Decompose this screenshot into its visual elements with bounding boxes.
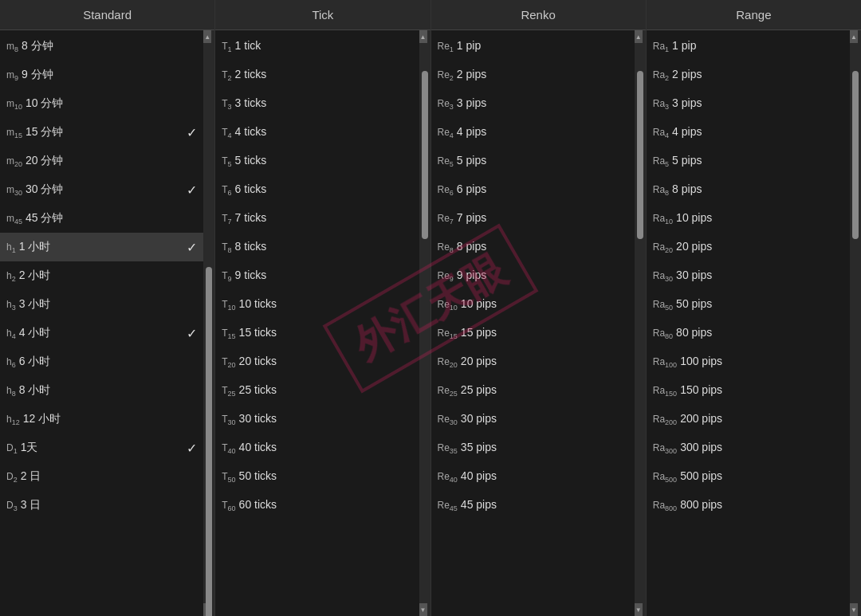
list-item[interactable]: D33 日 — [0, 491, 203, 520]
list-item[interactable]: Ra500500 pips — [647, 462, 850, 491]
item-text: 7 pips — [457, 211, 486, 224]
list-item[interactable]: Ra150150 pips — [647, 376, 850, 405]
list-item[interactable]: Re44 pips — [431, 118, 635, 147]
list-item[interactable]: Ra2020 pips — [647, 233, 850, 261]
list-item[interactable]: T4040 ticks — [215, 434, 419, 462]
list-item[interactable]: m3030 分钟✓ — [0, 175, 203, 204]
list-item[interactable]: h11 小时✓ — [0, 233, 203, 261]
item-label: Re22 pips — [438, 68, 628, 82]
list-item[interactable]: Re22 pips — [431, 61, 635, 89]
list-item[interactable]: Re4545 pips — [431, 491, 635, 520]
list-item[interactable]: Re4040 pips — [431, 462, 635, 491]
scroll-track[interactable] — [635, 43, 646, 603]
list-item[interactable]: Re11 pip — [431, 32, 635, 61]
item-label: m3030 分钟 — [6, 182, 187, 197]
list-item[interactable]: m88 分钟 — [0, 32, 203, 61]
list-item[interactable]: Re66 pips — [431, 175, 635, 204]
scroll-standard[interactable]: ▲▼ — [203, 30, 214, 616]
list-item[interactable]: T11 tick — [215, 32, 419, 61]
list-item[interactable]: T88 ticks — [215, 233, 419, 261]
item-prefix: D2 — [6, 471, 18, 484]
scroll-thumb[interactable] — [422, 71, 428, 239]
item-text: 2 pips — [457, 68, 486, 80]
list-item[interactable]: h22 小时 — [0, 261, 203, 290]
list-item[interactable]: Re2020 pips — [431, 347, 635, 376]
list-item[interactable]: Re88 pips — [431, 233, 635, 261]
scroll-thumb[interactable] — [637, 71, 643, 239]
list-item[interactable]: Re55 pips — [431, 147, 635, 175]
item-prefix: Re8 — [438, 241, 454, 254]
item-prefix: Re15 — [438, 328, 458, 340]
list-item[interactable]: Ra300300 pips — [647, 434, 850, 462]
item-label: Ra500500 pips — [653, 469, 843, 484]
scroll-thumb[interactable] — [206, 267, 212, 616]
list-item[interactable]: T1515 ticks — [215, 319, 419, 347]
list-item[interactable]: m1010 分钟 — [0, 89, 203, 118]
item-label: Re33 pips — [438, 96, 628, 111]
list-item[interactable]: Ra44 pips — [647, 118, 850, 147]
scroll-track[interactable] — [203, 43, 214, 603]
list-item[interactable]: T2020 ticks — [215, 347, 419, 376]
list-item[interactable]: T5050 ticks — [215, 462, 419, 491]
item-label: m2020 分钟 — [6, 154, 197, 168]
list-item[interactable]: Re3535 pips — [431, 434, 635, 462]
list-item[interactable]: Re33 pips — [431, 89, 635, 118]
list-item[interactable]: T66 ticks — [215, 175, 419, 204]
scroll-renko[interactable]: ▲▼ — [635, 30, 646, 616]
scroll-up-arrow[interactable]: ▲ — [850, 30, 858, 43]
list-item[interactable]: Ra88 pips — [647, 175, 850, 204]
list-item[interactable]: h33 小时 — [0, 290, 203, 319]
list-item[interactable]: T6060 ticks — [215, 491, 419, 520]
list-item[interactable]: Re77 pips — [431, 204, 635, 233]
list-item[interactable]: Ra800800 pips — [647, 491, 850, 520]
list-item[interactable]: Ra3030 pips — [647, 261, 850, 290]
list-item[interactable]: Re3030 pips — [431, 405, 635, 434]
list-item[interactable]: Ra5050 pips — [647, 290, 850, 319]
list-item[interactable]: T3030 ticks — [215, 405, 419, 434]
scroll-tick[interactable]: ▲▼ — [419, 30, 431, 616]
list-item[interactable]: T44 ticks — [215, 118, 419, 147]
list-item[interactable]: m2020 分钟 — [0, 147, 203, 175]
list-item[interactable]: Ra8080 pips — [647, 319, 850, 347]
list-item[interactable]: m4545 分钟 — [0, 204, 203, 233]
list-item[interactable]: Ra11 pip — [647, 32, 850, 61]
list-item[interactable]: m99 分钟 — [0, 61, 203, 89]
list-item[interactable]: h88 小时 — [0, 376, 203, 405]
list-item[interactable]: Ra100100 pips — [647, 347, 850, 376]
scroll-up-arrow[interactable]: ▲ — [635, 30, 643, 43]
list-item[interactable]: T22 ticks — [215, 61, 419, 89]
list-item[interactable]: h1212 小时 — [0, 405, 203, 434]
list-item[interactable]: Ra22 pips — [647, 61, 850, 89]
list-item[interactable]: m1515 分钟✓ — [0, 118, 203, 147]
list-item[interactable]: Ra1010 pips — [647, 204, 850, 233]
list-item[interactable]: Ra33 pips — [647, 89, 850, 118]
scroll-track[interactable] — [850, 43, 861, 603]
list-item[interactable]: h44 小时✓ — [0, 319, 203, 347]
scroll-down-arrow[interactable]: ▼ — [635, 603, 643, 616]
list-item[interactable]: T77 ticks — [215, 204, 419, 233]
scroll-up-arrow[interactable]: ▲ — [419, 30, 427, 43]
scroll-up-arrow[interactable]: ▲ — [203, 30, 211, 43]
scroll-range[interactable]: ▲▼ — [850, 30, 861, 616]
list-item[interactable]: D22 日 — [0, 462, 203, 491]
list-item[interactable]: D11天✓ — [0, 434, 203, 462]
item-prefix: D1 — [6, 442, 18, 455]
scroll-down-arrow[interactable]: ▼ — [419, 603, 427, 616]
list-item[interactable]: Re1010 pips — [431, 290, 635, 319]
list-item[interactable]: Re1515 pips — [431, 319, 635, 347]
list-item[interactable]: Ra200200 pips — [647, 405, 850, 434]
list-item[interactable]: h66 小时 — [0, 347, 203, 376]
list-item[interactable]: T2525 ticks — [215, 376, 419, 405]
item-text: 200 pips — [680, 412, 722, 425]
item-prefix: T40 — [222, 442, 235, 455]
list-item[interactable]: Re99 pips — [431, 261, 635, 290]
list-item[interactable]: T55 ticks — [215, 147, 419, 175]
scroll-down-arrow[interactable]: ▼ — [850, 603, 858, 616]
list-item[interactable]: Re2525 pips — [431, 376, 635, 405]
list-item[interactable]: T99 ticks — [215, 261, 419, 290]
list-item[interactable]: Ra55 pips — [647, 147, 850, 175]
scroll-track[interactable] — [419, 43, 431, 603]
list-item[interactable]: T1010 ticks — [215, 290, 419, 319]
scroll-thumb[interactable] — [852, 71, 859, 239]
list-item[interactable]: T33 ticks — [215, 89, 419, 118]
